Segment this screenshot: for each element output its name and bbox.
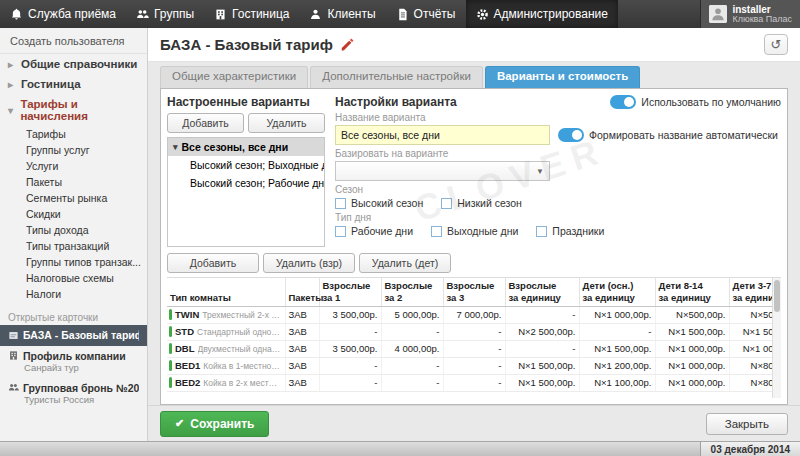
- save-button[interactable]: ✔ Сохранить: [160, 411, 269, 437]
- menu-reception[interactable]: Служба приёма: [0, 0, 126, 28]
- sidebar-item-service-groups[interactable]: Группы услуг: [0, 142, 147, 158]
- open-card-base-tariff[interactable]: БАЗА - Базовый тариф: [0, 325, 147, 346]
- checkbox-box[interactable]: [431, 226, 442, 237]
- price-cell[interactable]: -: [381, 323, 443, 340]
- tab-general[interactable]: Общие характеристики: [160, 66, 308, 88]
- price-cell[interactable]: N×1 500,00р.: [579, 340, 655, 357]
- checkbox-box[interactable]: [335, 198, 346, 209]
- price-cell[interactable]: -: [319, 374, 381, 391]
- package-cell[interactable]: ЗАВ: [285, 323, 319, 340]
- scrollbar-thumb[interactable]: [774, 280, 780, 312]
- vertical-scrollbar[interactable]: [772, 278, 781, 398]
- price-cell[interactable]: -: [443, 357, 505, 374]
- price-cell[interactable]: -: [443, 323, 505, 340]
- price-cell[interactable]: N×1 500,00р.: [505, 357, 579, 374]
- price-cell[interactable]: 5 000,00р.: [381, 306, 443, 323]
- sidebar-item-packages[interactable]: Пакеты: [0, 174, 147, 190]
- price-add-button[interactable]: Добавить: [167, 253, 259, 273]
- checkbox-holidays[interactable]: Праздники: [536, 225, 604, 237]
- price-delete-child-button[interactable]: Удалить (дет): [359, 253, 451, 273]
- price-cell[interactable]: N×2 500,00р.: [505, 323, 579, 340]
- price-cell[interactable]: -: [443, 340, 505, 357]
- default-toggle[interactable]: [610, 95, 636, 109]
- tree-node-root[interactable]: ▾ Все сезоны, все дни: [168, 138, 324, 156]
- user-account-box[interactable]: installer Клюква Палас: [700, 0, 800, 28]
- table-row[interactable]: TWINТрехместный 2-х блоковый ЗАВ 3 500,0…: [167, 306, 781, 323]
- open-card-company-profile[interactable]: Профиль компании Санрайз тур: [0, 346, 147, 378]
- sidebar-group-general-refs[interactable]: ▸ Общие справочники: [0, 54, 147, 74]
- sidebar-create-user[interactable]: Создать пользователя: [0, 28, 147, 54]
- price-cell[interactable]: -: [319, 357, 381, 374]
- table-row[interactable]: DBLДвухместный одна кровать ЗАВ 3 500,00…: [167, 340, 781, 357]
- table-row[interactable]: STDСтандартный одноместный ЗАВ - - - N×2…: [167, 323, 781, 340]
- autoname-toggle[interactable]: [558, 128, 584, 142]
- sidebar-group-tariffs[interactable]: ▾ Тарифы и начисления: [0, 94, 147, 126]
- price-delete-adult-button[interactable]: Удалить (взр): [263, 253, 355, 273]
- sidebar-item-taxes[interactable]: Налоги: [0, 286, 147, 302]
- price-cell[interactable]: -: [505, 340, 579, 357]
- checkbox-workdays[interactable]: Рабочие дни: [335, 225, 413, 237]
- price-cell[interactable]: -: [319, 323, 381, 340]
- variant-delete-button[interactable]: Удалить: [248, 113, 325, 133]
- price-cell[interactable]: N×1 000,00р.: [655, 374, 729, 391]
- close-button[interactable]: Закрыть: [706, 413, 788, 435]
- price-cell[interactable]: N×1 000,00р.: [579, 306, 655, 323]
- price-cell[interactable]: N×1 200,00р.: [579, 357, 655, 374]
- menu-administration[interactable]: Администрирование: [466, 0, 618, 28]
- sidebar-item-tax-schemes[interactable]: Налоговые схемы: [0, 270, 147, 286]
- tab-variants-cost[interactable]: Варианты и стоимость: [485, 66, 640, 88]
- price-cell[interactable]: N×1 500,00р.: [655, 323, 729, 340]
- price-cell[interactable]: N×1 100,00р.: [579, 374, 655, 391]
- open-card-group-booking[interactable]: Групповая бронь №20... Туристы Россия: [0, 378, 147, 410]
- price-cell[interactable]: N×500,00р.: [655, 306, 729, 323]
- base-variant-select[interactable]: ▼: [335, 161, 550, 181]
- table-row[interactable]: BED1Койка в 1-местном блоке ЗАВ - - - N×…: [167, 357, 781, 374]
- sidebar-item-income-types[interactable]: Типы дохода: [0, 222, 147, 238]
- table-row[interactable]: BED2Койка в 2-х местном блоке ЗАВ - - - …: [167, 374, 781, 391]
- sidebar-item-market-segments[interactable]: Сегменты рынка: [0, 190, 147, 206]
- history-button[interactable]: ↺: [764, 34, 788, 55]
- tree-expander-icon[interactable]: ▾: [173, 142, 178, 152]
- tree-node-child[interactable]: Высокий сезон; Рабочие дни: [168, 174, 324, 192]
- tab-additional[interactable]: Дополнительные настройки: [310, 66, 483, 88]
- price-cell[interactable]: -: [579, 323, 655, 340]
- sidebar-item-transaction-type-groups[interactable]: Группы типов транзак...: [0, 254, 147, 270]
- package-cell[interactable]: ЗАВ: [285, 340, 319, 357]
- variant-name-input[interactable]: [335, 125, 550, 145]
- sidebar-group-hotel[interactable]: ▸ Гостиница: [0, 74, 147, 94]
- edit-pencil-icon[interactable]: [340, 38, 354, 52]
- menu-reports[interactable]: Отчёты: [386, 0, 466, 28]
- price-cell[interactable]: N×1 000,00р.: [655, 357, 729, 374]
- tree-node-child[interactable]: Высокий сезон; Выходные дни: [168, 156, 324, 174]
- variant-add-button[interactable]: Добавить: [167, 113, 244, 133]
- package-cell[interactable]: ЗАВ: [285, 357, 319, 374]
- price-cell[interactable]: 7 000,00р.: [443, 306, 505, 323]
- checkbox-box[interactable]: [536, 226, 547, 237]
- price-cell[interactable]: 3 500,00р.: [319, 306, 381, 323]
- checkbox-box[interactable]: [335, 226, 346, 237]
- price-cell[interactable]: -: [381, 374, 443, 391]
- room-code: STD: [175, 326, 194, 337]
- checkbox-box[interactable]: [441, 198, 452, 209]
- price-cell[interactable]: 4 000,00р.: [381, 340, 443, 357]
- checkbox-weekends[interactable]: Выходные дни: [431, 225, 518, 237]
- package-cell[interactable]: ЗАВ: [285, 374, 319, 391]
- menu-groups[interactable]: Группы: [126, 0, 204, 28]
- sidebar-item-transaction-types[interactable]: Типы транзакций: [0, 238, 147, 254]
- price-cell[interactable]: 3 500,00р.: [319, 340, 381, 357]
- price-cell[interactable]: N×1 500,00р.: [505, 374, 579, 391]
- menu-hotel[interactable]: Гостиница: [204, 0, 299, 28]
- menu-clients[interactable]: Клиенты: [299, 0, 385, 28]
- price-cell[interactable]: -: [443, 374, 505, 391]
- price-cell[interactable]: -: [505, 306, 579, 323]
- price-cell[interactable]: -: [381, 357, 443, 374]
- checkbox-high-season[interactable]: Высокий сезон: [335, 197, 423, 209]
- checkbox-low-season[interactable]: Низкий сезон: [441, 197, 522, 209]
- package-cell[interactable]: ЗАВ: [285, 306, 319, 323]
- sidebar-item-services[interactable]: Услуги: [0, 158, 147, 174]
- sidebar-group-label: Тарифы и начисления: [20, 98, 139, 122]
- sidebar-item-tariffs[interactable]: Тарифы: [0, 126, 147, 142]
- room-code: DBL: [175, 343, 195, 354]
- price-cell[interactable]: N×1 000,00р.: [655, 340, 729, 357]
- sidebar-item-discounts[interactable]: Скидки: [0, 206, 147, 222]
